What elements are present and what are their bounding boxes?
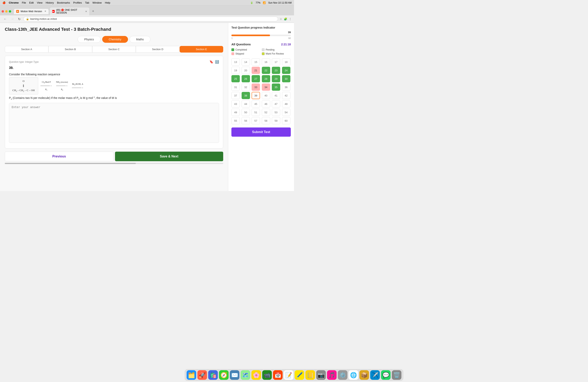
question-btn-36[interactable]: 36: [282, 83, 290, 91]
question-btn-55[interactable]: 55: [231, 117, 240, 124]
url-bar[interactable]: 🔒 learning.motion.ac.in/test: [23, 17, 278, 21]
new-tab-button[interactable]: +: [90, 9, 96, 14]
question-btn-41[interactable]: 41: [272, 92, 280, 99]
question-btn-49[interactable]: 49: [231, 109, 240, 116]
question-btn-20[interactable]: 20: [242, 67, 250, 74]
question-card: Question type: Integer-Type 🔖 🔡 39. Cons…: [5, 56, 223, 149]
bookmark-icon[interactable]: ☆: [280, 17, 282, 20]
legend-label-review: Mark For Review: [266, 52, 284, 55]
bookmark-question-icon[interactable]: 🔖: [210, 60, 213, 64]
tab-section-d[interactable]: Section D: [136, 46, 179, 53]
tab-motion[interactable]: M Motion Web Version ✕: [14, 9, 49, 14]
submit-test-button[interactable]: Submit Test: [231, 128, 291, 137]
question-btn-39[interactable]: 39: [252, 92, 260, 99]
question-content: Consider the following reaction sequence…: [9, 72, 219, 144]
question-btn-58[interactable]: 58: [262, 117, 270, 124]
tab-youtube[interactable]: ▶ (65) 🔴 ONE SHOT SESSION ✕: [50, 7, 90, 15]
question-btn-35[interactable]: 35: [272, 83, 280, 91]
scroll-thumb[interactable]: [5, 163, 136, 164]
question-btn-25[interactable]: 25: [231, 75, 240, 82]
question-btn-26[interactable]: 26: [242, 75, 250, 82]
question-btn-34[interactable]: 34: [262, 83, 270, 91]
question-btn-15[interactable]: 15: [252, 58, 260, 66]
question-btn-44[interactable]: 44: [242, 100, 250, 108]
tab-section-a[interactable]: Section A: [5, 46, 48, 53]
close-button[interactable]: [1, 10, 4, 13]
tab-physics[interactable]: Physics: [78, 36, 100, 43]
question-btn-40[interactable]: 40: [262, 92, 270, 99]
question-btn-37[interactable]: 37: [231, 92, 240, 99]
question-btn-27[interactable]: 27: [252, 75, 260, 82]
question-btn-22[interactable]: 22: [262, 67, 270, 74]
question-btn-21[interactable]: 21: [252, 67, 260, 74]
question-btn-43[interactable]: 43: [231, 100, 240, 108]
tab-chemistry[interactable]: Chemistry: [102, 36, 128, 43]
tab-section-e[interactable]: Section E: [180, 46, 223, 53]
question-btn-60[interactable]: 60: [282, 117, 290, 124]
legend: Completed Pending Skipped Mark For Revie…: [231, 48, 291, 55]
menu-history[interactable]: History: [46, 1, 54, 4]
question-btn-38[interactable]: 38: [242, 92, 250, 99]
question-btn-54[interactable]: 54: [282, 109, 290, 116]
question-btn-45[interactable]: 45: [252, 100, 260, 108]
maximize-button[interactable]: [9, 10, 11, 13]
apple-logo[interactable]: 🍎: [2, 1, 6, 4]
question-btn-23[interactable]: 23: [272, 67, 280, 74]
question-btn-57[interactable]: 57: [252, 117, 260, 124]
question-btn-14[interactable]: 14: [242, 58, 250, 66]
question-btn-52[interactable]: 52: [262, 109, 270, 116]
menu-bookmarks[interactable]: Bookmarks: [57, 1, 70, 4]
progress-labels: 1 60: [231, 37, 291, 39]
extensions-icon[interactable]: 🧩: [284, 17, 287, 20]
question-btn-17[interactable]: 17: [272, 58, 280, 66]
tab-close-youtube[interactable]: ✕: [85, 10, 87, 13]
question-btn-50[interactable]: 50: [242, 109, 250, 116]
menu-edit[interactable]: Edit: [29, 1, 34, 4]
question-btn-33[interactable]: 33: [252, 83, 260, 91]
question-btn-29[interactable]: 29: [272, 75, 280, 82]
question-text-suffix: P3 (Contains two N per molecule) If the …: [9, 96, 219, 100]
tab-close-motion[interactable]: ✕: [44, 10, 46, 13]
question-meta: Question type: Integer-Type 🔖 🔡: [9, 60, 219, 64]
tab-section-b[interactable]: Section B: [48, 46, 92, 53]
section-tabs: Section A Section B Section C Section D …: [5, 46, 223, 53]
question-btn-16[interactable]: 16: [262, 58, 270, 66]
question-btn-28[interactable]: 28: [262, 75, 270, 82]
question-btn-30[interactable]: 30: [282, 75, 290, 82]
answer-input[interactable]: [9, 103, 219, 143]
tab-maths[interactable]: Maths: [130, 36, 150, 43]
question-btn-19[interactable]: 19: [231, 67, 240, 74]
question-btn-59[interactable]: 59: [272, 117, 280, 124]
menu-icon[interactable]: ⋮: [289, 17, 292, 20]
tab-label-motion: Motion Web Version: [21, 10, 42, 13]
reload-button[interactable]: ↻: [17, 17, 22, 21]
question-btn-53[interactable]: 53: [272, 109, 280, 116]
forward-button[interactable]: →: [10, 17, 15, 21]
previous-button[interactable]: Previous: [5, 152, 113, 161]
menu-window[interactable]: Window: [92, 1, 102, 4]
question-btn-42[interactable]: 42: [282, 92, 290, 99]
toolbar-icons: ☆ 🧩 ⋮: [280, 17, 292, 20]
legend-review: Mark For Review: [262, 52, 291, 55]
question-btn-47[interactable]: 47: [272, 100, 280, 108]
question-btn-56[interactable]: 56: [242, 117, 250, 124]
menu-tab[interactable]: Tab: [85, 1, 89, 4]
translate-icon[interactable]: 🔡: [215, 60, 219, 64]
question-btn-46[interactable]: 46: [262, 100, 270, 108]
question-btn-24[interactable]: 24: [282, 67, 290, 74]
tab-section-c[interactable]: Section C: [92, 46, 136, 53]
menu-view[interactable]: View: [37, 1, 42, 4]
menu-file[interactable]: File: [22, 1, 26, 4]
question-btn-13[interactable]: 13: [231, 58, 240, 66]
menu-help[interactable]: Help: [105, 1, 110, 4]
question-btn-32[interactable]: 32: [242, 83, 250, 91]
question-btn-31[interactable]: 31: [231, 83, 240, 91]
question-btn-48[interactable]: 48: [282, 100, 290, 108]
back-button[interactable]: ←: [2, 17, 8, 21]
minimize-button[interactable]: [5, 10, 8, 13]
question-btn-18[interactable]: 18: [282, 58, 290, 66]
menu-profiles[interactable]: Profiles: [73, 1, 82, 4]
legend-label-skipped: Skipped: [235, 52, 244, 55]
save-next-button[interactable]: Save & Next: [115, 152, 223, 161]
question-btn-51[interactable]: 51: [252, 109, 260, 116]
